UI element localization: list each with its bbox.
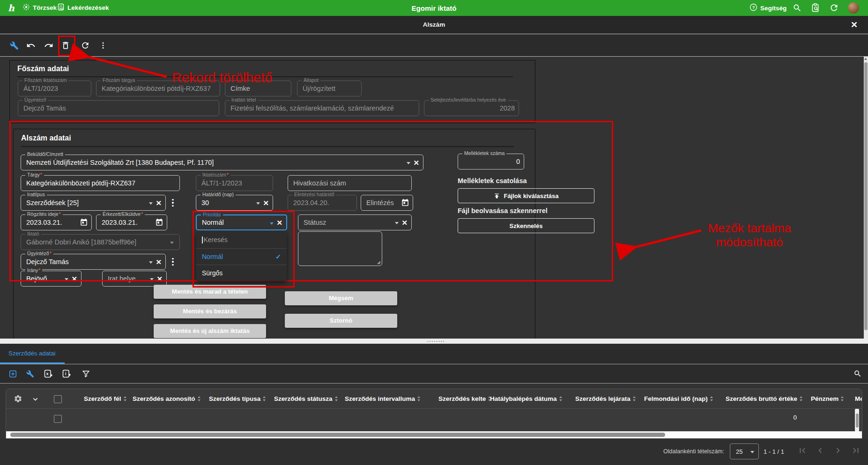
rogzites-ideje-field[interactable]: Rögzítés ideje 2023.03.21. — [21, 214, 92, 230]
next-page-button[interactable] — [832, 444, 844, 457]
calendar-icon[interactable] — [80, 218, 88, 229]
column-header[interactable]: Szerződés kelte — [438, 395, 491, 402]
clipboard-search-button[interactable] — [810, 3, 820, 15]
sort-icon[interactable] — [559, 396, 562, 401]
clear-icon[interactable]: ✕ — [413, 159, 419, 166]
dropdown-search-input[interactable]: Keresés — [196, 231, 287, 248]
foszam-iktatoszam-field[interactable]: Főszám iktatószám ÁLT/1/2023 — [18, 81, 91, 96]
column-header[interactable]: Szerződés intervalluma — [345, 395, 420, 402]
dropdown-option-surgos[interactable]: Sürgős — [196, 265, 287, 281]
first-page-button[interactable] — [796, 444, 809, 457]
column-header[interactable]: Hatálybalépés dátuma — [490, 395, 562, 402]
clear-icon[interactable]: ✕ — [156, 275, 163, 282]
reload-record-button[interactable] — [80, 40, 91, 51]
tab-szerzodes-adatai[interactable]: Szerződés adatai — [8, 350, 55, 357]
irany-field[interactable]: Irány Bejövő ✕ — [21, 271, 82, 287]
irat-helye-field[interactable]: Irat helye ✕ — [102, 271, 167, 287]
grid-search-button[interactable] — [853, 369, 863, 379]
sort-icon[interactable] — [800, 396, 802, 401]
choose-files-button[interactable]: Fájlok kiválasztása — [458, 188, 594, 203]
alszam-ugyintezo-field[interactable]: Ügyintéző Dejcző Tamás ✕ — [21, 254, 166, 270]
column-header[interactable]: Szerződés bruttó értéke — [726, 395, 802, 402]
filter-button[interactable] — [81, 369, 91, 379]
column-header[interactable]: Pénznem — [811, 395, 844, 402]
foszam-ugyintezo-field[interactable]: Ügyintéző Dejcző Tamás — [18, 100, 219, 116]
save-stay-button[interactable]: Mentés és marad a tételen — [154, 285, 266, 299]
elintezes-field[interactable]: Elintézés — [361, 195, 413, 211]
undo-button[interactable] — [25, 40, 37, 51]
resize-grip[interactable] — [376, 260, 380, 264]
chevron-down-icon[interactable] — [270, 222, 274, 225]
expand-rows-button[interactable] — [31, 395, 39, 405]
sort-icon[interactable] — [335, 396, 338, 401]
calendar-icon[interactable] — [401, 199, 409, 209]
statusz-field[interactable]: Státusz ✕ — [298, 214, 412, 230]
redo-button[interactable] — [43, 40, 54, 51]
column-header[interactable]: Szerződés státusza — [274, 395, 338, 402]
megjegyzes-textarea[interactable] — [298, 231, 382, 266]
sort-icon[interactable] — [124, 396, 126, 401]
chevron-down-icon[interactable] — [65, 278, 68, 280]
bekuldo-cimzett-field[interactable]: Beküldő/Címzett Nemzeti Útdíjfizetési Sz… — [21, 155, 423, 170]
sort-icon[interactable] — [633, 396, 636, 401]
chevron-down-icon[interactable] — [407, 162, 410, 164]
horizontal-scrollbar-thumb[interactable] — [10, 433, 665, 437]
cancel-button[interactable]: Mégsem — [285, 291, 397, 305]
dropdown-option-normal[interactable]: Normál ✓ — [196, 249, 287, 265]
chevron-down-icon[interactable] — [149, 202, 153, 205]
clear-icon[interactable]: ✕ — [276, 219, 282, 226]
select-all-checkbox[interactable] — [54, 395, 62, 403]
column-header[interactable]: Me — [855, 395, 862, 402]
clear-icon[interactable]: ✕ — [156, 258, 162, 266]
sort-icon[interactable] — [263, 396, 266, 401]
prioritas-field[interactable]: Prioritás Normál ✕ — [196, 214, 287, 230]
targy-field[interactable]: Tárgy Kategóriakülönbözeti pótdíj-RXZ637 — [21, 175, 180, 191]
scroll-up-arrow[interactable] — [864, 58, 867, 60]
table-scrollbar[interactable] — [855, 409, 859, 432]
help-button[interactable]: ? Segítség — [749, 3, 786, 13]
chevron-down-icon[interactable] — [149, 261, 153, 264]
column-header[interactable]: Szerződés lejárata — [575, 395, 636, 402]
elintezesi-hatarido-field[interactable]: Elintézési határidő 2023.04.20. — [288, 195, 357, 211]
calendar-icon[interactable] — [155, 218, 163, 229]
irattipus-field[interactable]: Irattípus Szerződések [25] ✕ — [21, 195, 166, 211]
clear-icon[interactable]: ✕ — [71, 275, 77, 282]
chevron-down-icon[interactable] — [256, 202, 260, 205]
column-header[interactable]: Szerződő fél — [84, 395, 126, 402]
horizontal-scrollbar[interactable] — [6, 431, 862, 438]
iktato-field[interactable]: Iktató Gáborné Dobri Anikó [18875beff96e… — [21, 234, 180, 250]
global-search-button[interactable] — [793, 3, 802, 15]
irattari-tetel-field[interactable]: Irattári tétel Fizetési felszólítás, szá… — [225, 100, 419, 116]
allapot-field[interactable]: Állapot Új/rögzített — [297, 81, 362, 96]
save-close-button[interactable]: Mentés és bezárás — [154, 304, 266, 318]
tools-wrench-button[interactable] — [8, 40, 20, 51]
cimke-field[interactable]: Címke — [225, 81, 291, 96]
chevron-down-icon[interactable] — [150, 278, 154, 280]
clear-icon[interactable]: ✕ — [401, 219, 408, 226]
row-checkbox[interactable] — [54, 415, 62, 423]
table-settings-button[interactable] — [14, 394, 22, 405]
delete-record-button[interactable] — [60, 40, 71, 51]
column-header[interactable]: Felmondási idő (nap) — [644, 395, 713, 402]
erkezett-elkuldve-field[interactable]: Érkezett/Elküldve 2023.03.21. — [96, 214, 167, 230]
topbar-refresh-button[interactable] — [829, 3, 839, 15]
selejtezes-field[interactable]: Selejtezés/levéltárba helyezés éve 2028 — [424, 100, 519, 116]
irattipus-more-button[interactable] — [170, 196, 176, 209]
grid-tools-button[interactable] — [25, 369, 35, 379]
main-scrollbar[interactable] — [864, 57, 868, 339]
mellekletek-szama-field[interactable]: Mellékletek száma 0 — [458, 154, 524, 170]
more-actions-button[interactable] — [97, 40, 109, 51]
table-scrollbar-thumb[interactable] — [856, 413, 859, 428]
import-button[interactable]: i — [61, 369, 72, 379]
clear-icon[interactable]: ✕ — [156, 199, 162, 207]
foszam-targya-field[interactable]: Főszám tárgya Kategóriakülönbözeti pótdí… — [96, 81, 220, 96]
column-header[interactable]: Szerződés típusa — [209, 395, 266, 402]
sort-icon[interactable] — [417, 396, 420, 401]
per-page-select[interactable]: 25 — [730, 443, 759, 459]
excel-export-button[interactable]: x — [43, 369, 53, 379]
clear-icon[interactable]: ✕ — [263, 199, 269, 207]
ugyintezo-more-button[interactable] — [170, 255, 176, 268]
last-page-button[interactable] — [850, 444, 862, 457]
hatarido-field[interactable]: Határidő (nap) 30 ✕ — [196, 195, 273, 211]
save-new-alszam-button[interactable]: Mentés és új alszám iktatás — [154, 324, 266, 338]
